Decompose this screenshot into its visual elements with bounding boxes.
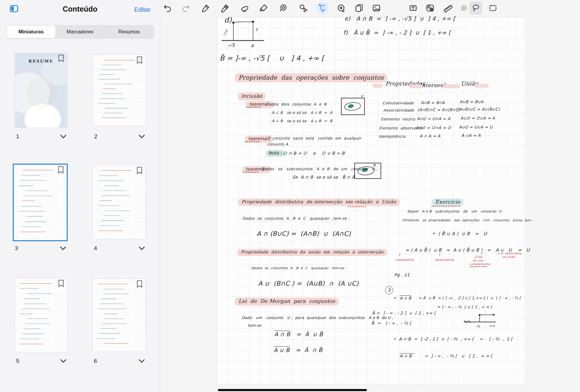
redo-icon[interactable] [179,1,193,15]
mini-handwriting-line [20,288,38,289]
mini-handwriting-line [102,117,126,118]
home-indicator-bar [218,389,367,391]
page-label-row: 3 [14,244,67,253]
tab-bar: MiniaturasMarcadoresResumos [6,25,154,39]
page-label-row: 5 [15,357,67,365]
mini-handwriting-line [98,79,121,80]
page-label-row: 1 [15,132,67,141]
mini-handwriting-line [22,309,50,309]
mini-handwriting-line [24,196,52,196]
bookmark-icon [136,56,143,66]
mini-handwriting-line [98,103,115,104]
mini-handwriting-line [103,215,120,216]
page-number: 1 [15,133,19,140]
page-number: 4 [93,245,97,252]
mini-handwriting-line [101,195,130,196]
mini-handwriting-line [25,190,49,191]
mini-handwriting-line [23,170,54,171]
highlighter-icon[interactable] [257,1,270,15]
page-label-row: 4 [93,244,145,253]
laser-pointer-icon[interactable] [277,1,290,15]
text-icon[interactable] [407,1,420,15]
mini-handwriting-line [102,323,127,324]
tab-marcadores[interactable]: Marcadores [55,26,104,38]
bookmark-icon [136,166,143,176]
mini-handwriting-line [101,93,122,94]
mini-handwriting-line [100,200,112,201]
mini-handwriting-line [19,211,44,212]
ruler-icon[interactable] [441,1,455,15]
bookmark-icon [58,279,64,289]
bookmark-icon [58,54,64,64]
undo-icon[interactable] [161,1,174,15]
pen-icon[interactable] [199,1,212,15]
chevron-down-icon[interactable] [60,135,67,139]
mini-handwriting-line [27,293,53,294]
mini-handwriting-line [25,323,50,324]
mini-handwriting-line [100,98,125,99]
tab-resumos[interactable]: Resumos [105,26,153,38]
pages-icon[interactable] [353,1,366,15]
page-thumbnail-5[interactable] [15,278,67,352]
mini-handwriting-line [103,113,122,113]
chevron-down-icon[interactable] [139,135,145,139]
mini-handwriting-line [103,65,121,65]
sticker-icon[interactable] [335,1,348,15]
chevron-down-icon[interactable] [139,359,145,363]
pencil-icon[interactable] [218,1,232,15]
page-thumbnail-4[interactable] [93,165,145,239]
page-number: 3 [14,245,18,252]
mini-handwriting-line [105,84,133,84]
mini-handwriting-line [105,314,117,314]
mini-handwriting-line [97,338,116,339]
page-thumbnail-2[interactable] [93,55,145,125]
mini-handwriting-line [105,210,130,211]
image-icon[interactable] [370,1,383,15]
mini-handwriting-line [22,175,41,176]
mini-handwriting-line [20,314,33,314]
mini-handwriting-line [104,185,119,186]
mini-handwriting-line [97,180,124,181]
bookmark-icon [136,280,143,289]
page-thumbnail-3[interactable] [14,165,67,240]
elements-icon[interactable] [424,1,437,15]
goodnotes-app: Conteúdo Editar MiniaturasMarcadoresResu… [0,0,580,392]
mini-handwriting-line [26,216,43,217]
page-number: 5 [15,358,19,364]
edit-button[interactable]: Editar [134,6,151,13]
page-thumbnail-1[interactable]: RESUME [15,53,67,128]
mini-handwriting-line [104,343,128,344]
mini-handwriting-line [100,303,123,304]
mini-handwriting-line [102,220,124,221]
page-thumbnail-6[interactable] [93,279,145,351]
chevron-down-icon[interactable] [60,247,67,250]
rect-select-icon[interactable] [486,1,500,15]
page-number: 6 [93,358,97,364]
mini-handwriting-line [103,190,126,191]
mini-handwriting-line [100,328,117,329]
shapes-icon[interactable] [297,1,310,15]
mini-handwriting-line [98,205,119,206]
mini-handwriting-line [20,180,46,181]
mini-handwriting-line [22,201,35,201]
mini-handwriting-line [19,344,43,344]
mini-handwriting-line [104,289,123,289]
mini-handwriting-line [104,60,134,61]
mini-handwriting-line [97,284,128,284]
ai-lasso-icon[interactable] [316,1,329,15]
chevron-down-icon[interactable] [139,247,145,250]
notebook-page[interactable] [217,17,525,385]
tape-icon[interactable] [458,1,471,15]
bookmark-icon [58,166,64,175]
chevron-down-icon[interactable] [60,359,67,363]
lasso-icon[interactable] [469,1,482,15]
tab-miniaturas[interactable]: Miniaturas [7,26,55,38]
mini-handwriting-line [103,318,124,319]
mini-handwriting-line [101,170,131,171]
eraser-icon[interactable] [238,1,252,15]
mini-handwriting-line [103,89,115,89]
mini-handwriting-line [25,298,39,299]
mini-handwriting-line [101,299,116,299]
page-label-row: 2 [93,132,145,141]
mini-handwriting-line [23,227,42,227]
